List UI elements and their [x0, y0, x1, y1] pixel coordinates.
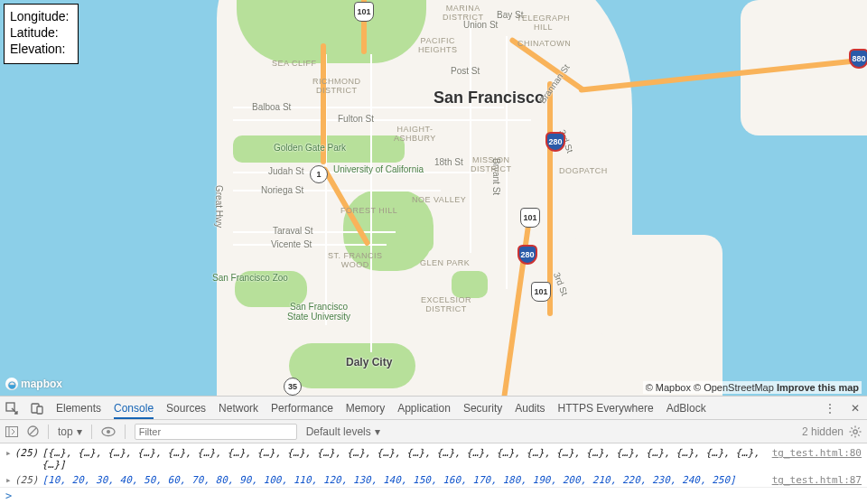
svg-line-15 [858, 434, 859, 435]
shield-101-a: 101 [354, 2, 374, 22]
console-sidebar-toggle-icon[interactable] [5, 426, 18, 437]
hwy-1-park [321, 43, 326, 164]
hwy-101-s [547, 81, 553, 316]
mapbox-logo-text: mapbox [21, 378, 62, 390]
console-settings-icon[interactable] [849, 425, 862, 438]
console-output[interactable]: ▸ (25) [{…}, {…}, {…}, {…}, {…}, {…}, {…… [0, 443, 867, 487]
console-log-row[interactable]: ▸ (25) [10, 20, 30, 40, 50, 60, 70, 80, … [5, 472, 862, 487]
live-expression-icon[interactable] [101, 426, 116, 437]
tab-performance[interactable]: Performance [271, 397, 333, 419]
shield-280-a: 280 [545, 132, 565, 152]
tab-sources[interactable]: Sources [166, 397, 206, 419]
road [233, 244, 387, 246]
mapbox-logo[interactable]: ◒ mapbox [5, 378, 62, 390]
park-mclaren [452, 271, 488, 298]
svg-line-17 [858, 427, 859, 428]
shield-1: 1 [310, 165, 328, 183]
log-array-preview: [10, 20, 30, 40, 50, 60, 70, 80, 90, 100… [42, 474, 736, 486]
park-lake-merced [235, 271, 307, 307]
map-canvas[interactable]: Longitude: Latitude: Elevation: San Fran… [0, 0, 867, 396]
chevron-down-icon: ▾ [77, 425, 82, 438]
road [233, 119, 531, 121]
svg-line-6 [30, 428, 36, 434]
shield-35: 35 [284, 378, 302, 396]
console-prompt[interactable]: > [0, 487, 867, 504]
shield-101-c: 101 [531, 282, 551, 302]
tab-application[interactable]: Application [397, 397, 451, 419]
tab-security[interactable]: Security [463, 397, 502, 419]
devtools-menu-icon[interactable]: ⋮ [824, 402, 836, 415]
devtools-tabbar: Elements Console Sources Network Perform… [0, 397, 867, 420]
elevation-label: Elevation: [10, 41, 69, 57]
attrib-osm-link[interactable]: © OpenStreetMap [694, 382, 774, 393]
road [233, 107, 504, 108]
log-source-link[interactable]: tg_test.html:80 [763, 447, 862, 459]
context-selector-label: top [58, 425, 73, 438]
hidden-messages-count[interactable]: 2 hidden [802, 425, 844, 438]
map-attribution: © Mapbox © OpenStreetMap Improve this ma… [643, 381, 862, 394]
separator [91, 425, 92, 439]
devtools-panel: Elements Console Sources Network Perform… [0, 396, 867, 504]
svg-rect-2 [37, 406, 42, 414]
prompt-chevron-icon: > [5, 490, 12, 502]
log-array-preview: [{…}, {…}, {…}, {…}, {…}, {…}, {…}, {…},… [42, 447, 763, 471]
expand-toggle-icon[interactable]: ▸ [5, 474, 14, 486]
tab-audits[interactable]: Audits [515, 397, 545, 419]
devtools-close-icon[interactable]: ✕ [849, 402, 862, 415]
log-array-length: (25) [14, 474, 39, 486]
road [370, 54, 372, 352]
tab-memory[interactable]: Memory [346, 397, 385, 419]
svg-point-9 [853, 429, 857, 433]
shield-880: 880 [849, 49, 867, 69]
inspect-element-icon[interactable] [5, 402, 18, 415]
shield-101-b: 101 [520, 208, 540, 228]
svg-line-14 [851, 427, 852, 428]
latitude-label: Latitude: [10, 24, 69, 41]
tab-adblock[interactable]: AdBlock [667, 397, 706, 419]
road [506, 36, 508, 289]
log-source-link[interactable]: tg_test.html:87 [763, 474, 862, 486]
park-glen-canyon [397, 226, 434, 253]
coordinates-overlay: Longitude: Latitude: Elevation: [4, 4, 79, 64]
attrib-improve-link[interactable]: Improve this map [777, 382, 859, 393]
park-san-bruno [289, 343, 415, 388]
svg-line-16 [851, 434, 852, 435]
chevron-down-icon: ▾ [375, 425, 380, 438]
tab-console[interactable]: Console [114, 397, 154, 419]
separator [125, 425, 126, 439]
shield-280-b: 280 [517, 245, 537, 265]
device-toolbar-icon[interactable] [31, 402, 43, 415]
expand-toggle-icon[interactable]: ▸ [5, 447, 14, 459]
context-selector[interactable]: top ▾ [58, 425, 82, 438]
park-golden-gate [233, 135, 405, 163]
tab-https-everywhere[interactable]: HTTPS Everywhere [558, 397, 654, 419]
road [233, 172, 486, 173]
longitude-label: Longitude: [10, 8, 69, 24]
tab-network[interactable]: Network [219, 397, 258, 419]
filter-input[interactable] [135, 424, 297, 440]
console-toolbar: top ▾ Default levels ▾ 2 hidden [0, 420, 867, 443]
road [470, 18, 471, 253]
console-log-row[interactable]: ▸ (25) [{…}, {…}, {…}, {…}, {…}, {…}, {…… [5, 445, 862, 472]
svg-point-8 [107, 430, 110, 434]
attrib-mapbox-link[interactable]: © Mapbox [646, 382, 691, 393]
separator [48, 425, 49, 439]
park-presidio [237, 0, 426, 63]
log-array-length: (25) [14, 447, 39, 459]
clear-console-icon[interactable] [27, 425, 39, 437]
log-levels-label: Default levels [306, 425, 371, 438]
svg-rect-3 [6, 426, 18, 436]
mapbox-logo-icon: ◒ [5, 378, 18, 390]
log-levels-selector[interactable]: Default levels ▾ [306, 425, 380, 438]
tab-elements[interactable]: Elements [56, 397, 101, 419]
